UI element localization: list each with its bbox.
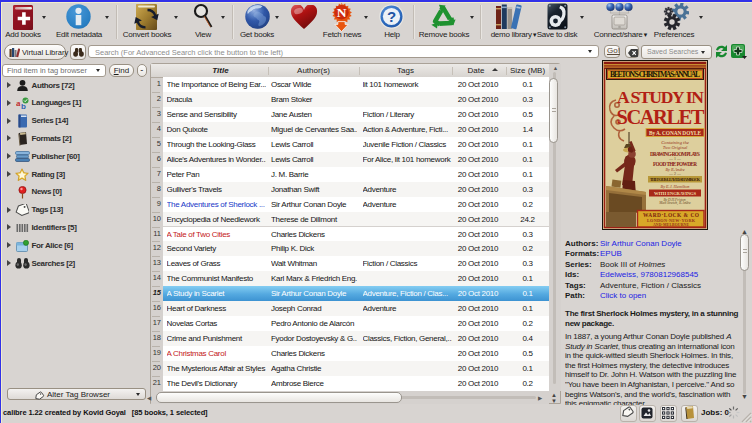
svg-text:A STUDY IN: A STUDY IN [617,87,704,107]
svg-text:SCARLET: SCARLET [617,106,705,128]
svg-text:AND·MELBOURNE: AND·MELBOURNE [653,223,689,227]
svg-text:Two Original: Two Original [663,145,688,150]
svg-text:BEETON'S·CHRISTMAS·ANNUAL: BEETON'S·CHRISTMAS·ANNUAL [610,70,700,79]
svg-text:By A. CONAN DOYLE: By A. CONAN DOYLE [649,130,701,136]
svg-text:?: ? [387,8,396,25]
svg-text:N: N [337,5,347,20]
svg-text:THE FOUR-LEAVED SHAMROCK: THE FOUR-LEAVED SHAMROCK [650,177,701,182]
svg-text:By E.J. Hamilton: By E.J. Hamilton [661,184,690,189]
svg-text:WITH ENGRAVINGS: WITH ENGRAVINGS [654,191,696,196]
svg-text:— 2 —: — 2 — [668,171,682,176]
